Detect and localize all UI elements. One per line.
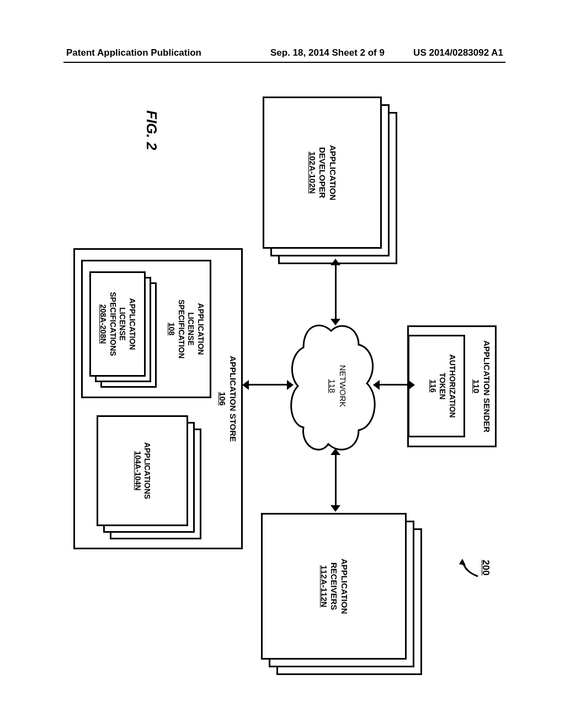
header-left: Patent Application Publication bbox=[66, 47, 201, 58]
license-spec-outer-num: 108 bbox=[167, 261, 177, 397]
network-title: NETWORK bbox=[337, 314, 348, 458]
license-spec-inner-box: APPLICATIONLICENSESPECIFICATIONS 208A-20… bbox=[89, 271, 146, 377]
developer-title: APPLICATIONDEVELOPER bbox=[317, 98, 338, 247]
figure-caption: FIG. 2 bbox=[143, 110, 160, 150]
applications-num: 104A-104N bbox=[133, 417, 143, 524]
network-num: 118 bbox=[327, 314, 338, 458]
auth-token-box: AUTHORIZATIONTOKEN 116 bbox=[408, 335, 465, 437]
arrow-dev-network bbox=[335, 263, 337, 321]
developer-stack: APPLICATIONDEVELOPER 102A-102N bbox=[265, 97, 397, 262]
license-spec-outer: APPLICATIONLICENSESPECIFICATION 108 APPL… bbox=[81, 260, 211, 398]
system-ref: 200 bbox=[480, 560, 491, 575]
license-spec-inner-stack: APPLICATIONLICENSESPECIFICATIONS 208A-20… bbox=[92, 271, 157, 387]
system-ref-num: 200 bbox=[480, 560, 491, 575]
header-rule bbox=[63, 62, 505, 63]
receivers-num: 112A-112N bbox=[318, 515, 329, 658]
arrow-store-network bbox=[247, 384, 290, 386]
auth-token-num: 116 bbox=[428, 336, 438, 436]
arrowhead-icon bbox=[373, 380, 380, 390]
applications-stack: APPLICATIONS 104A-104N bbox=[97, 415, 201, 539]
arrowhead-icon bbox=[408, 380, 415, 390]
svg-marker-0 bbox=[459, 559, 466, 565]
header-mid: Sep. 18, 2014 Sheet 2 of 9 bbox=[270, 47, 385, 58]
application-sender-box: APPLICATION SENDER 110 AUTHORIZATIONTOKE… bbox=[407, 325, 497, 447]
license-spec-outer-title: APPLICATIONLICENSESPECIFICATION bbox=[177, 261, 206, 397]
app-sender-num: 110 bbox=[471, 327, 482, 446]
arrowhead-icon bbox=[331, 448, 340, 455]
page: Patent Application Publication Sep. 18, … bbox=[0, 0, 565, 728]
auth-token-title: AUTHORIZATIONTOKEN bbox=[438, 336, 457, 436]
figure-area: 200 APPLICATION SENDER 110 AUTHORIZATION… bbox=[63, 88, 502, 684]
page-header: Patent Application Publication Sep. 18, … bbox=[66, 47, 503, 58]
receivers-stack: APPLICATIONRECEIVERS 112A-112N bbox=[263, 513, 422, 678]
application-store-box: APPLICATION STORE 106 APPLICATIONLICENSE… bbox=[73, 248, 243, 549]
network-cloud: NETWORK 118 bbox=[287, 314, 381, 458]
applications-box: APPLICATIONS 104A-104N bbox=[97, 415, 188, 526]
arrowhead-icon bbox=[331, 319, 340, 325]
store-num: 106 bbox=[217, 250, 228, 548]
store-title: APPLICATION STORE bbox=[227, 250, 238, 548]
arrow-sender-network bbox=[377, 384, 412, 386]
receivers-box: APPLICATIONRECEIVERS 112A-112N bbox=[261, 513, 407, 660]
arrowhead-icon bbox=[331, 505, 340, 512]
developer-box: APPLICATIONDEVELOPER 102A-102N bbox=[263, 97, 382, 249]
header-right: US 2014/0283092 A1 bbox=[413, 47, 503, 58]
license-spec-inner-title: APPLICATIONLICENSESPECIFICATIONS bbox=[108, 273, 137, 375]
arrow-recv-network bbox=[335, 452, 337, 507]
receivers-title: APPLICATIONRECEIVERS bbox=[329, 515, 350, 658]
ref-arrow-icon bbox=[457, 558, 479, 582]
applications-title: APPLICATIONS bbox=[142, 417, 152, 524]
arrowhead-icon bbox=[287, 380, 294, 390]
figure-stage: 200 APPLICATION SENDER 110 AUTHORIZATION… bbox=[63, 88, 502, 684]
license-spec-inner-num: 208A-208N bbox=[98, 273, 108, 375]
network-label: NETWORK 118 bbox=[327, 314, 348, 458]
app-sender-title: APPLICATION SENDER bbox=[481, 327, 492, 446]
arrowhead-icon bbox=[242, 380, 249, 390]
developer-num: 102A-102N bbox=[307, 98, 317, 247]
arrowhead-icon bbox=[331, 259, 340, 265]
